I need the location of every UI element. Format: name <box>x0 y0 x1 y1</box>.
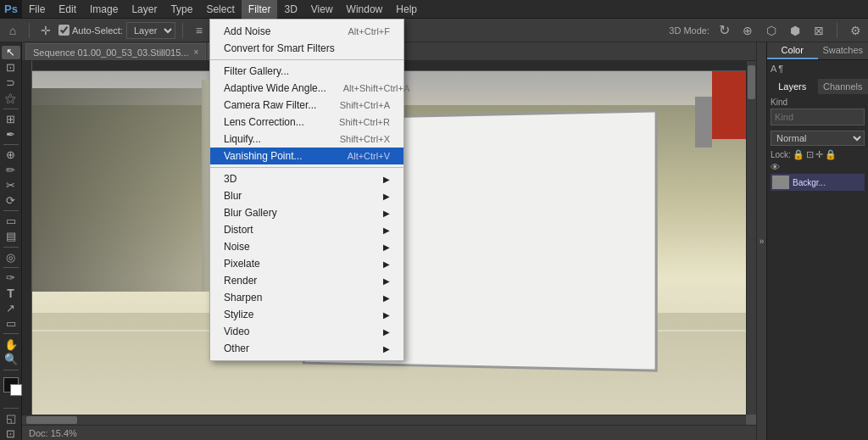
menu-item-liquify[interactable]: Liquify... Shift+Ctrl+X <box>210 131 403 148</box>
tool-lasso[interactable]: ⊃ <box>2 76 20 90</box>
blend-mode-select[interactable]: Normal <box>771 131 865 146</box>
tool-heal[interactable]: ⊕ <box>2 148 20 162</box>
tool-quick-select[interactable]: ⚝ <box>2 92 20 105</box>
tool-screenmode[interactable]: ⊡ <box>2 426 20 440</box>
menu-item-filter-gallery[interactable]: Filter Gallery... <box>210 63 403 80</box>
red-accent <box>712 71 746 139</box>
pixel-lock-icon[interactable]: ⊡ <box>806 149 814 160</box>
panel-collapse-bar[interactable]: » <box>756 42 766 440</box>
align-icon[interactable]: ≡ <box>190 21 209 40</box>
panel-tab-swatches[interactable]: Swatches <box>818 42 869 59</box>
scroll-thumb-v[interactable] <box>748 65 755 99</box>
menu-sep-1 <box>210 59 403 60</box>
tool-pen[interactable]: ✑ <box>2 271 20 285</box>
3d-roll-icon[interactable]: ⊕ <box>738 21 757 40</box>
tool-eraser[interactable]: ▭ <box>2 214 20 228</box>
move-lock-icon[interactable]: ✛ <box>815 149 823 160</box>
menu-item-noise-arrow: ▶ <box>383 242 390 252</box>
tool-crop[interactable]: ⊞ <box>2 112 20 125</box>
menu-item-camera-raw[interactable]: Camera Raw Filter... Shift+Ctrl+A <box>210 97 403 114</box>
menu-item-add-noise-label: Add Noise <box>224 25 270 37</box>
menu-edit[interactable]: Edit <box>52 0 83 19</box>
settings-icon[interactable]: ⚙ <box>846 21 865 40</box>
zoom-level: Doc: 15.4% <box>29 428 77 438</box>
menu-item-filter-gallery-label: Filter Gallery... <box>224 65 289 77</box>
panel-tab-channels[interactable]: Channels <box>818 79 869 94</box>
3d-slide-icon[interactable]: ⬢ <box>786 21 804 40</box>
tab-sequence[interactable]: Sequence 01.00_00_53_03.Still015... × <box>25 43 206 60</box>
options-bar: ⌂ ✛ Auto-Select: Layer ≡ ⊟ ⬛ ⊞ ••• 3D Mo… <box>0 19 868 42</box>
menu-item-pixelate[interactable]: Pixelate ▶ <box>210 255 403 272</box>
sep1 <box>29 23 30 38</box>
menu-item-convert-smart[interactable]: Convert for Smart Filters <box>210 40 403 57</box>
menu-help[interactable]: Help <box>389 0 424 19</box>
menu-3d[interactable]: 3D <box>277 0 303 19</box>
menu-item-camera-raw-label: Camera Raw Filter... <box>224 99 316 111</box>
menu-filter[interactable]: Filter <box>242 0 278 19</box>
menu-layer[interactable]: Layer <box>125 0 164 19</box>
menu-select[interactable]: Select <box>199 0 241 19</box>
tool-path-select[interactable]: ↗ <box>2 302 20 315</box>
menu-item-lens-correction[interactable]: Lens Correction... Shift+Ctrl+R <box>210 114 403 131</box>
menu-window[interactable]: Window <box>340 0 390 19</box>
menu-type[interactable]: Type <box>164 0 199 19</box>
menu-item-adaptive-wide[interactable]: Adaptive Wide Angle... Alt+Shift+Ctrl+A <box>210 80 403 97</box>
menu-item-3d[interactable]: 3D ▶ <box>210 170 403 187</box>
tool-shape[interactable]: ▭ <box>2 317 20 331</box>
layer-item-background[interactable]: Backgr... <box>771 174 865 191</box>
3d-mode-label: 3D Mode: <box>669 25 709 36</box>
menu-item-render[interactable]: Render ▶ <box>210 272 403 289</box>
panel-tab-layers[interactable]: Layers <box>767 79 818 94</box>
eye-icon[interactable]: 👁 <box>771 162 780 172</box>
tool-brush[interactable]: ✏ <box>2 164 20 177</box>
layer-select[interactable]: Layer <box>126 22 175 39</box>
foreground-color[interactable] <box>3 377 19 393</box>
tool-eyedropper[interactable]: ✒ <box>2 127 20 141</box>
3d-scale-icon[interactable]: ⊠ <box>810 21 828 40</box>
tool-mask[interactable]: ◱ <box>2 411 20 425</box>
menu-item-video[interactable]: Video ▶ <box>210 323 403 340</box>
panel-tool-icon-1[interactable]: A <box>771 64 776 74</box>
background-color[interactable] <box>10 384 22 396</box>
3d-rotate-icon[interactable]: ↻ <box>715 21 733 40</box>
tool-blur[interactable]: ◎ <box>2 250 20 264</box>
scroll-thumb-h[interactable] <box>26 416 77 424</box>
panel-tab-color[interactable]: Color <box>767 42 818 59</box>
home-icon[interactable]: ⌂ <box>3 21 22 40</box>
layer-name: Backgr... <box>793 178 826 187</box>
menu-image[interactable]: Image <box>83 0 125 19</box>
tool-hand[interactable]: ✋ <box>2 337 20 351</box>
scrollbar-vertical[interactable] <box>746 61 756 415</box>
all-lock-icon[interactable]: 🔒 <box>825 149 837 160</box>
3d-pan-icon[interactable]: ⬡ <box>762 21 781 40</box>
tool-type[interactable]: T <box>2 287 20 300</box>
menu-item-add-noise[interactable]: Add Noise Alt+Ctrl+F <box>210 23 403 40</box>
tool-gradient[interactable]: ▤ <box>2 230 20 243</box>
menu-item-other[interactable]: Other ▶ <box>210 340 403 357</box>
menu-item-stylize[interactable]: Stylize ▶ <box>210 306 403 323</box>
scrollbar-horizontal[interactable] <box>22 415 746 425</box>
lock-icon[interactable]: 🔒 <box>793 149 804 160</box>
tab-sequence-close[interactable]: × <box>194 47 199 57</box>
layers-search-input[interactable] <box>771 109 865 125</box>
menu-item-sharpen[interactable]: Sharpen ▶ <box>210 289 403 306</box>
menu-item-adaptive-wide-label: Adaptive Wide Angle... <box>224 82 326 94</box>
menu-item-noise[interactable]: Noise ▶ <box>210 238 403 255</box>
menu-file[interactable]: File <box>22 0 52 19</box>
move-icon[interactable]: ✛ <box>36 21 55 40</box>
tool-clone[interactable]: ✂ <box>2 178 20 192</box>
tool-history[interactable]: ⟳ <box>2 193 20 207</box>
tool-marquee[interactable]: ⊡ <box>2 61 20 75</box>
menu-item-pixelate-arrow: ▶ <box>383 259 390 269</box>
menu-item-sharpen-label: Sharpen <box>224 292 262 304</box>
menu-view[interactable]: View <box>304 0 340 19</box>
auto-select-checkbox[interactable] <box>58 25 70 36</box>
menu-item-blur-gallery[interactable]: Blur Gallery ▶ <box>210 204 403 221</box>
menu-item-vanishing-point[interactable]: Vanishing Point... Alt+Ctrl+V <box>210 148 403 164</box>
panel-tool-icon-2[interactable]: ¶ <box>778 64 783 74</box>
tool-move[interactable]: ↖ <box>2 46 20 59</box>
menu-item-blur[interactable]: Blur ▶ <box>210 187 403 204</box>
tool-zoom[interactable]: 🔍 <box>2 353 20 366</box>
menu-item-blur-arrow: ▶ <box>383 192 390 201</box>
menu-item-distort[interactable]: Distort ▶ <box>210 221 403 238</box>
